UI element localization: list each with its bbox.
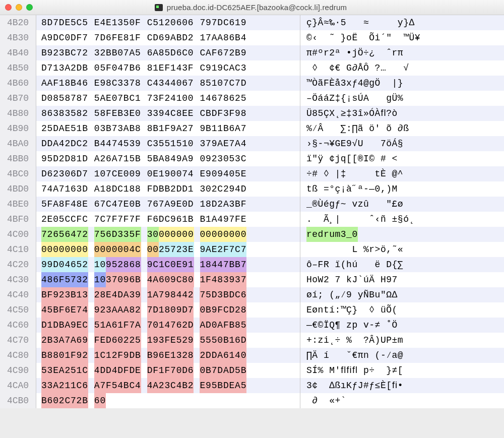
hex-group[interactable]: 1A798442 (141, 287, 194, 302)
minimize-icon[interactable] (16, 4, 22, 11)
hex-group[interactable]: BF923B13 (36, 287, 88, 302)
hex-group[interactable]: B602C72B (36, 393, 88, 408)
hex-group[interactable]: A9DC0DF7 (36, 30, 88, 45)
hex-group[interactable]: 5AE07BC1 (88, 91, 141, 106)
hex-group[interactable]: B96E1328 (141, 348, 194, 363)
hex-group[interactable]: 9C1C0E91 (141, 257, 194, 272)
ascii-row[interactable]: ©‹ ˜ }oË Õi´" ™Ü¥ (300, 30, 504, 45)
ascii-row[interactable]: ç}Â≈‰·5 ≈ y}∆ (300, 15, 504, 30)
hex-row[interactable]: 74A7163DA18DC188FDBB2DD1302C294D (36, 181, 300, 197)
hex-group[interactable]: 2E05CCFC (36, 212, 88, 227)
hex-group[interactable]: 30000000 (141, 227, 194, 242)
hex-group[interactable]: 5FA8F48E (36, 197, 88, 212)
hex-row[interactable]: AAF18B46E98C3378C434406785107C7D (36, 76, 300, 91)
hex-group[interactable]: D1DBA9EC (36, 318, 88, 333)
hex-group[interactable]: 28E4DA39 (88, 287, 141, 302)
hex-row[interactable]: 25DAE51B03B73AB88B1F9A279B11B6A7 (36, 121, 300, 136)
hex-group[interactable]: C4344067 (141, 76, 194, 91)
hex-group[interactable]: 7014762D (141, 318, 194, 333)
hex-group[interactable]: 0E190074 (141, 166, 194, 181)
hex-row[interactable]: 45BF6E74923AAA827D1809D70B9FCD28 (36, 302, 300, 318)
hex-group[interactable]: 797DC619 (194, 15, 246, 30)
hex-group[interactable]: 72656472 (36, 227, 88, 242)
ascii-row[interactable]: øí; („⁄9 yÑBu"Ω∆ (300, 287, 504, 302)
ascii-row[interactable]: tß =°ç¡à˝ª-—0,)M (300, 181, 504, 197)
hex-group[interactable]: 18447BB7 (194, 257, 247, 272)
hex-group[interactable]: D713A2DB (36, 60, 88, 76)
hex-group[interactable]: 0923053C (194, 151, 246, 166)
ascii-row[interactable]: ™ÒãFÈå3xƒ4@gÖ |} (300, 76, 504, 91)
hex-group[interactable]: 45BF6E74 (36, 302, 88, 318)
hex-group[interactable]: 58FEB3E0 (88, 106, 141, 121)
ascii-row[interactable]: ï"ÿ ¢jq[[®I© # < (300, 151, 504, 166)
hex-group[interactable]: 81EF143F (141, 60, 194, 76)
hex-row[interactable]: 8D7DE5C5E4E1350FC5120606797DC619 (36, 15, 300, 30)
hex-group[interactable]: E98C3378 (88, 76, 141, 91)
hex-group[interactable]: 1F483937 (194, 272, 247, 287)
hex-group[interactable]: 85107C7D (194, 76, 246, 91)
ascii-row[interactable]: ∏Ä í ˘€πn (-⁄a@ (300, 348, 504, 363)
hex-group[interactable]: 10952868 (88, 257, 141, 272)
hex-group[interactable]: AAF18B46 (36, 76, 88, 91)
hex-group[interactable]: F6DC961B (141, 212, 194, 227)
hex-group[interactable]: E4E1350F (88, 15, 141, 30)
hex-row[interactable]: 2B3A7A69FED60225193FE5295550B16D (36, 333, 300, 348)
hex-group[interactable]: 8D7DE5C5 (36, 15, 88, 30)
ascii-row[interactable]: . Ã¸| ˆ‹ñ ±§ó˛ (300, 212, 504, 227)
hex-group[interactable]: 4A23C4B2 (141, 378, 194, 393)
hex-group[interactable]: CAF672B9 (194, 45, 246, 60)
ascii-row[interactable]: L %r>ö,˜« (300, 242, 504, 257)
hex-group[interactable]: C3551510 (141, 136, 194, 151)
hex-group[interactable]: 0000004C (88, 242, 141, 257)
hex-group[interactable]: 0B7DAD5B (194, 363, 246, 378)
ascii-column[interactable]: ç}Â≈‰·5 ≈ y}∆ ©‹ ˜ }oË Õi´" ™Ü¥π#ºr2ª •j… (300, 15, 504, 408)
hex-group[interactable]: 60 (88, 393, 106, 408)
hex-group[interactable]: 51A61F7A (88, 318, 141, 333)
hex-row[interactable]: A9DC0DF77D6FE81FCD69ABD217AA86B4 (36, 30, 300, 45)
hex-group[interactable]: 73F24100 (141, 91, 194, 106)
hex-group[interactable]: 5BA849A9 (141, 151, 194, 166)
hex-group[interactable]: 33A211C6 (36, 378, 88, 393)
hex-row[interactable]: B923BC7232BB07A56A85D6C0CAF672B9 (36, 45, 300, 60)
hex-row[interactable]: B8801F921C12F9DBB96E13282DDA6140 (36, 348, 300, 363)
hex-group[interactable]: 923AAA82 (88, 302, 141, 318)
close-icon[interactable] (5, 4, 12, 11)
hex-group[interactable]: 7C7F7F7F (88, 212, 141, 227)
hex-group[interactable]: A7F54BC4 (88, 378, 141, 393)
ascii-row[interactable]: Ü85ÇX˛≥‡3î»ÓÀﬂ?ò (300, 106, 504, 121)
hex-group[interactable]: 0025723E (141, 242, 194, 257)
ascii-row[interactable]: ô–FR ï(hú ë D{∑ (300, 257, 504, 272)
ascii-row[interactable]: ÷# ◊ |‡ tÈ @^ (300, 166, 504, 181)
hex-row[interactable]: 99D04652109528689C1C0E9118447BB7 (36, 257, 300, 272)
zoom-icon[interactable] (26, 4, 33, 11)
hex-group[interactable]: 67C47E0B (88, 197, 141, 212)
hex-group[interactable]: 75D3BDC6 (194, 287, 246, 302)
hex-column[interactable]: 8D7DE5C5E4E1350FC5120606797DC619A9DC0DF7… (36, 15, 300, 408)
hex-row[interactable]: 95D2D81DA26A715B5BA849A90923053C (36, 151, 300, 166)
hex-row[interactable]: 5FA8F48E67C47E0B767A9E0D18D2A3BF (36, 197, 300, 212)
ascii-row[interactable]: ∂ «+` (300, 393, 504, 408)
ascii-row[interactable]: ›§-¬¥GE9√U 7öÁ§ (300, 136, 504, 151)
hex-group[interactable]: B8801F92 (36, 348, 88, 363)
hex-group[interactable]: B4474539 (88, 136, 141, 151)
hex-row[interactable]: 53EA251C4DD4DFDEDF1F70D60B7DAD5B (36, 363, 300, 378)
hex-group[interactable]: 486F5732 (36, 272, 88, 287)
hex-group[interactable]: CBDF3F98 (194, 106, 246, 121)
hex-group[interactable]: 107CE009 (88, 166, 141, 181)
hex-group[interactable]: 379AE7A4 (194, 136, 246, 151)
hex-row[interactable]: 000000000000004C0025723E9AE2F7C7 (36, 242, 300, 257)
hex-group[interactable]: 05F047B6 (88, 60, 141, 76)
hex-group[interactable]: 53EA251C (36, 363, 88, 378)
hex-group[interactable]: 5550B16D (194, 333, 246, 348)
hex-group[interactable]: 32BB07A5 (88, 45, 141, 60)
hex-group[interactable]: D0858787 (36, 91, 88, 106)
hex-group[interactable]: E95BDEA5 (194, 378, 246, 393)
hex-group[interactable]: 8B1F9A27 (141, 121, 194, 136)
hex-group[interactable]: 18D2A3BF (194, 197, 246, 212)
hex-row[interactable]: 8638358258FEB3E03394C8EECBDF3F98 (36, 106, 300, 121)
hex-group[interactable]: 14678625 (194, 91, 246, 106)
hex-group[interactable]: 86383582 (36, 106, 88, 121)
hex-group[interactable]: DF1F70D6 (141, 363, 194, 378)
hex-group[interactable]: DDA42DC2 (36, 136, 88, 151)
hex-group[interactable]: AD0AFB85 (194, 318, 246, 333)
